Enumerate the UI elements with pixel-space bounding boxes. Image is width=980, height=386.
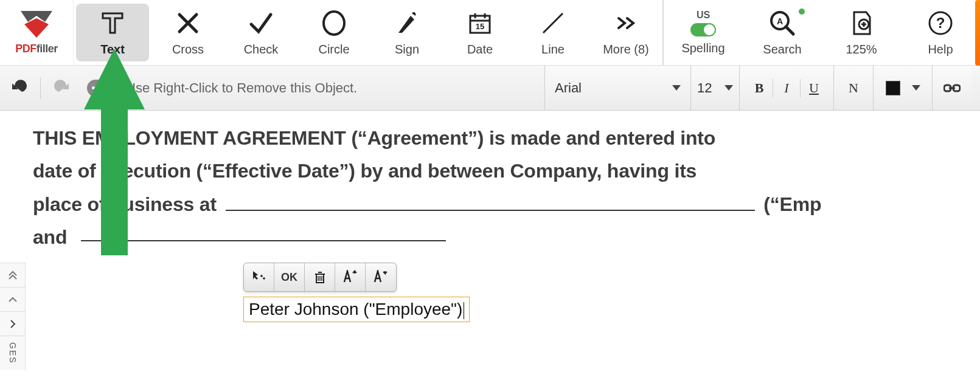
text-input-value: Peter Johnson ("Employee")	[249, 300, 462, 319]
line-tool-button[interactable]: Line	[516, 0, 589, 65]
ok-button[interactable]: OK	[274, 263, 305, 291]
cross-icon	[173, 9, 203, 38]
redo-button[interactable]	[53, 78, 72, 98]
decrease-font-button[interactable]	[366, 263, 396, 291]
check-tool-button[interactable]: Check	[224, 0, 297, 65]
caret-icon	[672, 85, 681, 91]
svg-point-2	[324, 12, 344, 35]
sign-icon	[392, 9, 422, 38]
text-icon	[98, 9, 127, 38]
calendar-icon: 15	[465, 9, 495, 38]
spelling-toggle-icon	[690, 23, 716, 36]
link-icon	[944, 82, 961, 94]
font-dropdown[interactable]: Arial	[544, 66, 690, 110]
zoom-button[interactable]: 125%	[822, 0, 901, 65]
text-input-field[interactable]: Peter Johnson ("Employee")	[243, 297, 470, 322]
format-right: Arial 12 B I U N	[544, 66, 971, 110]
color-picker-button[interactable]	[880, 76, 906, 100]
line-icon	[538, 9, 568, 38]
normal-case-button[interactable]: N	[840, 76, 867, 100]
logo-text: PDFfiller	[15, 43, 58, 55]
textbox-toolbar: OK	[243, 263, 397, 292]
delete-button[interactable]	[305, 263, 335, 291]
main-tools: Text Cross Check Circle Sign 15 Date Lin…	[74, 0, 662, 65]
date-tool-button[interactable]: 15 Date	[443, 0, 516, 65]
undo-button[interactable]	[9, 78, 28, 98]
page-next-button[interactable]	[0, 312, 25, 336]
svg-marker-26	[84, 49, 145, 255]
color-swatch-icon	[886, 81, 900, 95]
svg-text:?: ?	[936, 15, 945, 31]
next-panel-edge[interactable]	[975, 0, 980, 66]
more-tools-button[interactable]: More (8)	[589, 0, 662, 65]
font-increase-icon	[342, 270, 358, 284]
bold-button[interactable]: B	[746, 76, 773, 100]
doc-line-4: and	[33, 226, 67, 248]
hint-text: Use Right-Click to Remove this Object.	[126, 80, 357, 96]
svg-line-11	[786, 27, 793, 34]
annotation-arrow-icon	[78, 49, 151, 267]
format-left: Use Right-Click to Remove this Object.	[9, 77, 357, 99]
svg-text:A: A	[777, 16, 783, 26]
app-logo: PDFfiller	[0, 0, 74, 65]
caret-icon	[725, 85, 733, 91]
link-group	[932, 66, 971, 110]
more-icon	[611, 9, 641, 38]
circle-tool-button[interactable]: Circle	[297, 0, 370, 65]
underline-button[interactable]: U	[801, 76, 827, 100]
svg-text:15: 15	[476, 22, 484, 31]
color-group	[873, 66, 932, 110]
trash-icon	[313, 271, 327, 284]
search-icon: A	[768, 9, 797, 38]
double-chevron-up-icon	[8, 271, 18, 280]
chevron-up-icon	[8, 295, 18, 305]
undo-icon	[10, 80, 27, 97]
blank-field-business[interactable]	[226, 210, 755, 211]
pdffiller-logo-icon	[18, 10, 55, 40]
color-dropdown-button[interactable]	[906, 76, 926, 100]
increase-font-button[interactable]	[335, 263, 366, 291]
move-button[interactable]	[244, 263, 274, 291]
document-text: THIS EMPLOYMENT AGREEMENT (“Agreement”) …	[33, 122, 980, 254]
move-icon	[252, 270, 266, 284]
font-size: 12	[697, 80, 712, 96]
sign-tool-button[interactable]: Sign	[370, 0, 443, 65]
search-button[interactable]: A Search	[743, 0, 822, 65]
pages-label: GES	[0, 336, 25, 370]
case-group: N	[833, 66, 873, 110]
toolbar-right: US Spelling A Search 125% ? Help	[662, 0, 980, 65]
italic-button[interactable]: I	[773, 76, 800, 100]
separator	[40, 77, 41, 99]
redo-icon	[54, 80, 71, 97]
help-icon: ?	[926, 9, 955, 38]
chevron-right-icon	[8, 319, 18, 329]
page-first-button[interactable]	[0, 263, 25, 288]
help-button[interactable]: ? Help	[901, 0, 980, 65]
circle-icon	[319, 9, 349, 38]
font-size-dropdown[interactable]: 12	[690, 66, 739, 110]
caret-icon	[912, 85, 920, 91]
svg-line-8	[543, 13, 563, 33]
zoom-icon	[847, 9, 876, 38]
doc-line-3b: (“Emp	[763, 193, 821, 215]
check-icon	[246, 9, 276, 38]
locale-tag: US	[697, 10, 710, 21]
cursor-icon	[464, 302, 464, 319]
page-prev-button[interactable]	[0, 288, 25, 312]
font-decrease-icon	[373, 270, 389, 284]
font-name: Arial	[555, 80, 582, 96]
link-button[interactable]	[939, 76, 965, 100]
pages-panel: GES	[0, 263, 26, 370]
cross-tool-button[interactable]: Cross	[151, 0, 224, 65]
spelling-button[interactable]: US Spelling	[664, 0, 743, 65]
text-style-group: B I U	[739, 66, 833, 110]
notification-dot-icon	[799, 9, 805, 15]
